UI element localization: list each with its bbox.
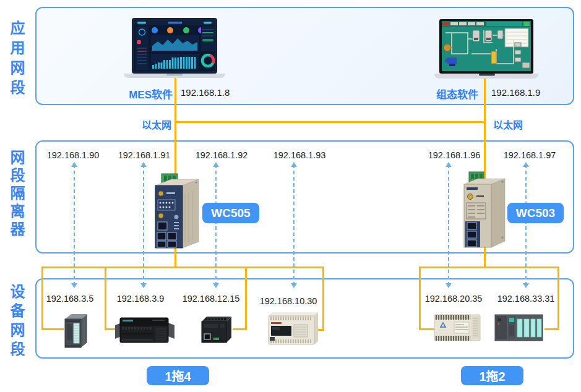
device-ip-3: 192.168.12.15	[183, 294, 240, 304]
device-ip-2: 192.168.3.9	[117, 294, 165, 304]
isolator-segment-label: 网段隔离器	[7, 150, 25, 239]
device-segment-label: 设备网段	[7, 284, 25, 360]
mapping-arrow-4	[293, 164, 295, 286]
mapping-arrow-3	[215, 164, 217, 286]
mes-laptop-image	[123, 18, 226, 80]
network-topology-diagram: 应用网段 网段隔离器 设备网段	[0, 0, 581, 392]
scada-laptop-image	[433, 19, 540, 80]
cable-drop-1	[41, 266, 43, 330]
wc505-ip-3: 192.168.1.92	[196, 150, 248, 160]
device-ip-1: 192.168.3.5	[46, 294, 94, 304]
mes-node-label: MES软件	[123, 86, 173, 101]
cable-bus-left	[41, 266, 324, 268]
wc505-ip-1: 192.168.1.90	[47, 150, 100, 160]
cable-drop-6	[557, 266, 559, 330]
wc503-ip-1: 192.168.1.96	[428, 150, 481, 160]
cable-stub-1	[41, 328, 64, 330]
cable-drop-4	[322, 266, 324, 331]
ethernet-label-left: 以太网	[134, 117, 171, 132]
application-segment-label: 应用网段	[7, 20, 25, 100]
plc-compact-image	[198, 313, 236, 346]
mapping-arrow-2	[143, 164, 144, 286]
plc-s7-200-image	[115, 314, 174, 346]
wc505-ip-2: 192.168.1.91	[118, 150, 171, 160]
plc-q-series-image	[494, 312, 544, 343]
scada-node-label: 组态软件	[431, 86, 478, 101]
plc-dvp-series-image	[432, 312, 485, 343]
cable-drop-2	[105, 266, 106, 330]
plc-s7-300-image	[61, 312, 90, 350]
ratio-badge-1-to-2: 1拖2	[461, 366, 523, 385]
mapping-arrow-6	[525, 164, 527, 286]
cable-ethernet-backbone	[174, 121, 486, 123]
ratio-badge-1-to-4: 1拖4	[147, 366, 209, 385]
wc505-ip-4: 192.168.1.93	[273, 150, 326, 160]
mapping-arrow-5	[448, 164, 449, 286]
device-ip-5: 192.168.20.35	[425, 294, 483, 304]
ethernet-label-right: 以太网	[493, 117, 523, 132]
cable-drop-3	[245, 266, 247, 330]
wc505-model-badge: WC505	[202, 203, 259, 223]
device-ip-6: 192.168.33.31	[497, 294, 555, 304]
wc505-gateway-image	[153, 169, 201, 253]
cable-drop-5	[419, 266, 421, 330]
wc503-ip-2: 192.168.1.97	[504, 150, 556, 160]
wc503-gateway-image	[462, 171, 507, 252]
device-ip-4: 192.168.10.30	[260, 296, 317, 306]
mes-node-ip: 192.168.1.8	[181, 87, 230, 98]
cable-stub-6	[544, 328, 559, 330]
scada-node-ip: 192.168.1.9	[491, 87, 540, 98]
mapping-arrow-1	[74, 164, 75, 286]
wc503-model-badge: WC503	[507, 203, 564, 223]
plc-fx-series-image	[266, 311, 318, 347]
cable-bus-right	[419, 266, 559, 268]
